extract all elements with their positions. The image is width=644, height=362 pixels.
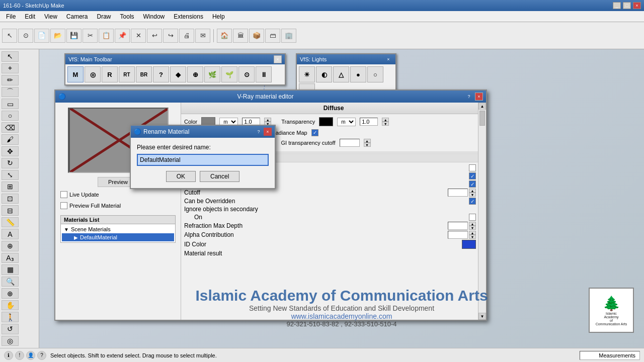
menu-tools[interactable]: Tools [116,12,138,21]
on-checkbox[interactable] [469,214,476,221]
toolbar-container[interactable]: 🗃 [265,29,280,43]
default-material-item[interactable]: ▶ DefaultMaterial [62,233,174,241]
tool-section[interactable]: ▦ [2,264,19,275]
toolbar-select[interactable]: ↖ [2,29,17,43]
trace-refractions-checkbox[interactable]: ✓ [469,172,476,179]
editor-help-btn[interactable]: ? [465,93,473,101]
toolbar-new[interactable]: 📄 [34,29,49,43]
vfs-btn-m[interactable]: M [67,66,84,82]
lights-btn-omni[interactable]: ○ [367,66,383,82]
tool-paint[interactable]: 🖌 [2,134,19,145]
editor-scrollbar[interactable]: ▲ ▼ [478,103,486,320]
toolbar-open[interactable]: 📂 [50,29,65,43]
alpha-spin-up[interactable]: ▲ [469,231,476,235]
toolbar-email[interactable]: ✉ [195,29,210,43]
gi-spin-up[interactable]: ▲ [364,139,371,143]
close-button[interactable]: × [633,2,641,9]
scene-materials-item[interactable]: ▼ Scene Materials [62,225,174,233]
tool-walk[interactable]: 🚶 [2,312,19,322]
vfs-lights-close[interactable]: × [384,55,392,63]
vfs-btn-r[interactable]: R [102,66,118,82]
transparency-spin-up[interactable]: ▲ [382,118,389,122]
vfs-btn-sphere[interactable]: ⊙ [238,66,255,82]
status-icon-info[interactable]: ℹ [4,351,13,360]
rename-dialog-help[interactable]: ? [255,128,263,136]
toolbar-house[interactable]: 🏛 [233,29,248,43]
transparency-swatch[interactable] [319,117,333,126]
vfs-btn-pause[interactable]: ⏸ [256,66,272,82]
lights-btn-sun[interactable]: ☀ [299,66,315,82]
status-icon-help[interactable]: ? [37,351,46,360]
maximize-button[interactable]: □ [623,2,631,9]
canvas-area[interactable]: VfS: Main Toolbar × M ◎ R RT BR ? ◆ ⊕ 🌿 … [39,49,644,348]
editor-close-btn[interactable]: × [475,93,483,101]
tool-zoom[interactable]: 🔍 [2,277,19,287]
tool-rotate[interactable]: ↻ [2,158,19,168]
preview-full-checkbox[interactable] [60,202,67,209]
rename-ok-button[interactable]: OK [166,171,196,182]
toolbar-cut[interactable]: ✂ [83,29,98,43]
menu-extensions[interactable]: Extensions [170,12,207,21]
toolbar-paste[interactable]: 📌 [115,29,130,43]
minimize-button[interactable]: _ [613,2,621,9]
disable-fog-checkbox[interactable] [469,164,476,171]
vfs-btn-rt[interactable]: RT [119,66,135,82]
vfs-btn-help[interactable]: ? [153,66,169,82]
menu-view[interactable]: View [40,12,61,21]
tool-3d-text[interactable]: A₃ [2,253,19,263]
refraction-input[interactable]: -1 [448,222,468,230]
lights-btn-tri[interactable]: △ [333,66,349,82]
toolbar-building[interactable]: 🏢 [281,29,296,43]
tool-space[interactable]: ⌖ [2,63,19,74]
vfs-close[interactable]: × [274,55,282,63]
color-spin-up[interactable]: ▲ [264,118,271,122]
vfs-btn-br[interactable]: BR [136,66,152,82]
toolbar-erase[interactable]: ✕ [131,29,146,43]
irradiance-checkbox[interactable]: ✓ [311,129,318,136]
toolbar-redo[interactable]: ↪ [163,29,178,43]
menu-file[interactable]: File [2,12,20,21]
cutoff-spin-up[interactable]: ▲ [469,189,476,193]
lights-btn-spot[interactable]: ● [350,66,366,82]
tool-tape[interactable]: 📏 [2,217,19,228]
refraction-spin-up[interactable]: ▲ [469,222,476,226]
tool-arc[interactable]: ⌒ [2,87,19,98]
tool-pan[interactable]: ✋ [2,300,19,311]
rename-cancel-button[interactable]: Cancel [200,171,239,182]
live-update-checkbox[interactable] [60,191,67,198]
cast-shadows-checkbox[interactable]: ✓ [469,180,476,188]
tool-look-around[interactable]: ◎ [2,336,19,346]
status-icon-warn[interactable]: ! [15,351,24,360]
tool-orbit[interactable]: ↺ [2,324,19,334]
rename-dialog-close[interactable]: × [264,128,272,136]
lights-btn-half[interactable]: ◐ [316,66,332,82]
tool-text[interactable]: A [2,229,19,239]
can-override-checkbox[interactable]: ✓ [469,198,476,205]
menu-edit[interactable]: Edit [21,12,39,21]
toolbar-save[interactable]: 💾 [66,29,82,43]
tool-offset[interactable]: ⊟ [2,205,19,216]
rename-input[interactable] [137,154,269,166]
gi-spin-down[interactable]: ▼ [364,143,371,147]
cutoff-input[interactable]: 0.01 [448,189,468,197]
transparency-value-input[interactable] [360,118,378,126]
tool-pencil[interactable]: ✏ [2,75,19,85]
alpha-spin-down[interactable]: ▼ [469,235,476,239]
tool-axes[interactable]: ⊕ [2,241,19,251]
toolbar-box[interactable]: 📦 [249,29,264,43]
tool-zoom-window[interactable]: ⊕ [2,288,19,299]
tool-move[interactable]: ✥ [2,146,19,157]
tool-rectangle[interactable]: ▭ [2,99,19,109]
vfs-btn-diamond[interactable]: ◆ [170,66,186,82]
toolbar-copy[interactable]: 📋 [99,29,114,43]
vfs-btn-crosshair[interactable]: ⊕ [187,66,203,82]
menu-camera[interactable]: Camera [62,12,92,21]
scroll-down-btn[interactable]: ▼ [478,313,486,320]
menu-help[interactable]: Help [208,12,229,21]
toolbar-print[interactable]: 🖨 [179,29,194,43]
tool-push[interactable]: ⊞ [2,182,19,192]
transparency-m-dropdown[interactable]: m [337,118,356,126]
tool-follow[interactable]: ⊡ [2,194,19,204]
menu-window[interactable]: Window [139,12,169,21]
id-color-swatch[interactable] [462,240,476,249]
